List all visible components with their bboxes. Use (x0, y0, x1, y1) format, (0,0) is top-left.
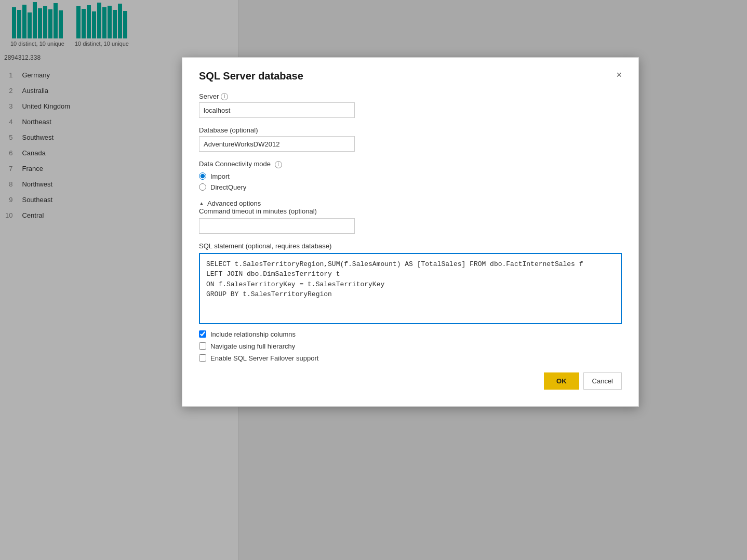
directquery-label: DirectQuery (210, 183, 246, 191)
database-input[interactable] (199, 136, 355, 152)
dialog-title: SQL Server database (199, 70, 303, 82)
checkbox-group: Include relationship columns Navigate us… (199, 330, 622, 362)
server-input[interactable] (199, 102, 355, 118)
ok-button[interactable]: OK (544, 372, 579, 390)
checkbox3-label: Enable SQL Server Failover support (210, 354, 318, 362)
server-label: Server i (199, 92, 622, 100)
import-radio-item[interactable]: Import (199, 172, 622, 180)
server-info-icon[interactable]: i (221, 93, 228, 100)
timeout-input[interactable] (199, 218, 355, 234)
advanced-section: ▲ Advanced options Command timeout in mi… (199, 199, 622, 234)
timeout-label: Command timeout in minutes (optional) (199, 207, 622, 215)
dialog-header: SQL Server database × (199, 70, 622, 82)
sql-textarea-wrapper (199, 253, 622, 324)
sql-server-dialog: SQL Server database × Server i Database … (182, 57, 639, 407)
connectivity-field-group: Data Connectivity mode i Import DirectQu… (199, 160, 622, 191)
navigate-hierarchy-checkbox[interactable] (199, 342, 206, 350)
dialog-footer: OK Cancel (199, 372, 622, 390)
failover-support-item[interactable]: Enable SQL Server Failover support (199, 354, 622, 362)
include-relationship-item[interactable]: Include relationship columns (199, 330, 622, 338)
include-relationship-checkbox[interactable] (199, 330, 206, 338)
connectivity-info-icon[interactable]: i (275, 161, 282, 168)
advanced-label: Advanced options (207, 199, 261, 207)
radio-group: Import DirectQuery (199, 172, 622, 191)
directquery-radio[interactable] (199, 183, 206, 191)
triangle-icon: ▲ (199, 201, 204, 206)
import-radio[interactable] (199, 172, 206, 180)
sql-area-label: SQL statement (optional, requires databa… (199, 242, 622, 250)
advanced-toggle[interactable]: ▲ Advanced options (199, 199, 622, 207)
server-field-group: Server i (199, 92, 622, 118)
checkbox1-label: Include relationship columns (210, 330, 296, 338)
directquery-radio-item[interactable]: DirectQuery (199, 183, 622, 191)
database-label: Database (optional) (199, 126, 622, 134)
database-field-group: Database (optional) (199, 126, 622, 152)
navigate-hierarchy-item[interactable]: Navigate using full hierarchy (199, 342, 622, 350)
timeout-field-group: Command timeout in minutes (optional) (199, 207, 622, 234)
sql-textarea[interactable] (200, 254, 621, 322)
import-label: Import (210, 172, 230, 180)
checkbox2-label: Navigate using full hierarchy (210, 342, 295, 350)
connectivity-label: Data Connectivity mode i (199, 160, 622, 168)
close-button[interactable]: × (616, 70, 622, 79)
failover-support-checkbox[interactable] (199, 354, 206, 362)
cancel-button[interactable]: Cancel (583, 372, 622, 390)
